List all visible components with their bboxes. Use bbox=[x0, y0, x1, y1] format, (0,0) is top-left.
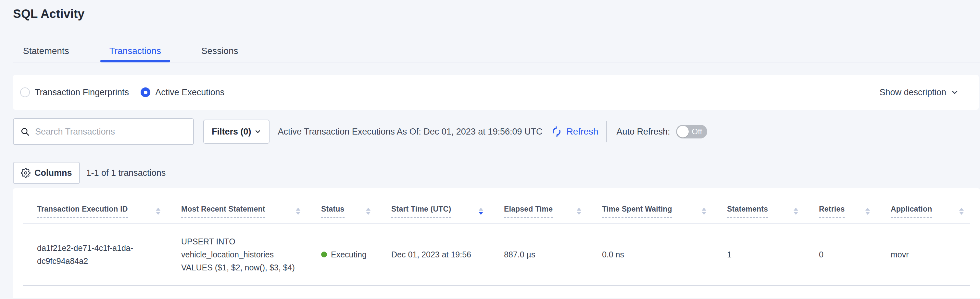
status-label: Executing bbox=[331, 248, 367, 261]
column-header-transaction-execution-id[interactable]: Transaction Execution ID bbox=[23, 188, 167, 223]
auto-refresh-toggle[interactable]: Off bbox=[676, 125, 707, 138]
sort-desc-icon[interactable] bbox=[479, 208, 483, 215]
radio-label: Active Executions bbox=[155, 88, 224, 98]
transactions-table-card: Transaction Execution ID Most Recent Sta… bbox=[13, 188, 980, 298]
cell-retries: 0 bbox=[805, 223, 877, 285]
cell-application: movr bbox=[877, 223, 970, 285]
sort-icon[interactable] bbox=[959, 208, 964, 215]
transactions-table: Transaction Execution ID Most Recent Sta… bbox=[23, 188, 970, 286]
tab-transactions[interactable]: Transactions bbox=[110, 45, 161, 62]
toggle-state-label: Off bbox=[692, 127, 702, 136]
column-header-elapsed-time[interactable]: Elapsed Time bbox=[490, 188, 588, 223]
column-header-status[interactable]: Status bbox=[307, 188, 377, 223]
table-row[interactable]: da1f21e2-de71-4c1f-a1da-dc9fc94a84a2 UPS… bbox=[23, 223, 970, 285]
table-toolbar: Columns 1-1 of 1 transactions bbox=[13, 162, 967, 184]
controls-row: Filters (0) Active Transaction Execution… bbox=[13, 118, 967, 145]
vertical-divider bbox=[606, 121, 607, 142]
status-executing-dot-icon bbox=[321, 251, 327, 257]
filters-button-label: Filters (0) bbox=[212, 127, 251, 137]
columns-button-label: Columns bbox=[34, 168, 72, 178]
sort-icon[interactable] bbox=[865, 208, 870, 215]
refresh-label: Refresh bbox=[566, 126, 598, 137]
page-title: SQL Activity bbox=[0, 0, 980, 21]
filters-button[interactable]: Filters (0) bbox=[203, 120, 269, 144]
cell-most-recent-statement: UPSERT INTO vehicle_location_histories V… bbox=[167, 223, 307, 285]
sort-icon[interactable] bbox=[156, 208, 161, 215]
columns-button[interactable]: Columns bbox=[13, 162, 80, 184]
gear-icon bbox=[21, 168, 30, 178]
radio-label: Transaction Fingerprints bbox=[35, 88, 129, 98]
chevron-down-icon bbox=[255, 128, 261, 135]
sort-icon[interactable] bbox=[366, 208, 371, 215]
radio-circle-icon[interactable] bbox=[20, 88, 30, 97]
search-icon bbox=[20, 127, 30, 136]
column-header-start-time[interactable]: Start Time (UTC) bbox=[377, 188, 490, 223]
sort-icon[interactable] bbox=[577, 208, 581, 215]
cell-statements: 1 bbox=[713, 223, 805, 285]
sql-activity-page: SQL Activity Statements Transactions Ses… bbox=[0, 0, 980, 299]
refresh-button[interactable]: Refresh bbox=[551, 126, 598, 138]
column-header-statements[interactable]: Statements bbox=[713, 188, 805, 223]
chevron-down-icon bbox=[951, 88, 959, 96]
search-input[interactable] bbox=[35, 127, 187, 137]
show-description-toggle[interactable]: Show description bbox=[879, 88, 959, 98]
toggle-knob bbox=[677, 126, 689, 138]
view-mode-card: Transaction Fingerprints Active Executio… bbox=[13, 75, 979, 110]
sort-icon[interactable] bbox=[702, 208, 706, 215]
column-header-retries[interactable]: Retries bbox=[805, 188, 877, 223]
radio-transaction-fingerprints[interactable]: Transaction Fingerprints bbox=[20, 88, 129, 98]
radio-active-executions[interactable]: Active Executions bbox=[141, 88, 224, 98]
auto-refresh-label: Auto Refresh: bbox=[617, 127, 670, 137]
sort-icon[interactable] bbox=[794, 208, 798, 215]
search-box[interactable] bbox=[13, 118, 194, 145]
as-of-timestamp-label: Active Transaction Executions As Of: Dec… bbox=[278, 127, 542, 137]
cell-time-spent-waiting: 0.0 ns bbox=[588, 223, 713, 285]
tab-sessions[interactable]: Sessions bbox=[201, 45, 239, 62]
refresh-icon bbox=[551, 126, 562, 138]
show-description-label: Show description bbox=[879, 88, 946, 98]
cell-start-time: Dec 01, 2023 at 19:56 bbox=[377, 223, 490, 285]
tab-statements[interactable]: Statements bbox=[23, 45, 69, 62]
tab-bar: Statements Transactions Sessions bbox=[13, 45, 980, 62]
sort-icon[interactable] bbox=[296, 208, 301, 215]
column-header-application[interactable]: Application bbox=[877, 188, 970, 223]
column-header-time-spent-waiting[interactable]: Time Spent Waiting bbox=[588, 188, 713, 223]
column-header-most-recent-statement[interactable]: Most Recent Statement bbox=[167, 188, 307, 223]
table-header-row: Transaction Execution ID Most Recent Sta… bbox=[23, 188, 970, 223]
cell-transaction-execution-id[interactable]: da1f21e2-de71-4c1f-a1da-dc9fc94a84a2 bbox=[23, 223, 167, 285]
cell-status: Executing bbox=[307, 223, 377, 285]
radio-circle-selected-icon[interactable] bbox=[141, 88, 150, 97]
results-count: 1-1 of 1 transactions bbox=[86, 168, 166, 178]
cell-elapsed-time: 887.0 µs bbox=[490, 223, 588, 285]
